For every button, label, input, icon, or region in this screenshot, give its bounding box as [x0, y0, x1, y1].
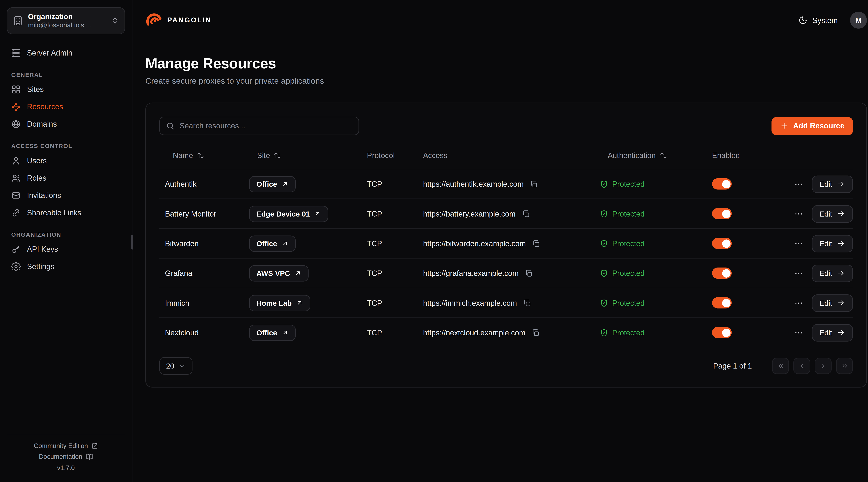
- site-pill[interactable]: Office: [249, 235, 296, 252]
- edit-button[interactable]: Edit: [812, 175, 853, 193]
- copy-url-button[interactable]: [522, 297, 533, 308]
- enabled-toggle[interactable]: [712, 238, 732, 249]
- edit-button[interactable]: Edit: [812, 205, 853, 222]
- copy-url-button[interactable]: [521, 208, 531, 219]
- edit-button-label: Edit: [819, 299, 832, 307]
- enabled-toggle[interactable]: [712, 327, 732, 338]
- row-menu-button[interactable]: [793, 237, 804, 249]
- resources-card: Add Resource Name Site: [145, 102, 867, 387]
- sidebar-item-roles[interactable]: Roles: [7, 169, 125, 187]
- page-subtitle: Create secure proxies to your private ap…: [145, 76, 867, 85]
- sidebar-item-server-admin[interactable]: Server Admin: [7, 44, 125, 62]
- sidebar-item-label: Server Admin: [27, 49, 72, 57]
- sidebar-item-invitations[interactable]: Invitations: [7, 187, 125, 204]
- key-icon: [11, 245, 21, 254]
- enabled-toggle[interactable]: [712, 208, 732, 219]
- section-label-organization: ORGANIZATION: [11, 231, 121, 238]
- section-label-general: GENERAL: [11, 71, 121, 78]
- previous-page-button[interactable]: [793, 358, 810, 374]
- edit-button-label: Edit: [819, 328, 832, 336]
- sidebar: Organization milo@fossorial.io's ... Ser…: [0, 0, 132, 482]
- auth-status-label: Protected: [612, 210, 645, 218]
- sidebar-nav: Server Admin GENERAL Sites Resources Dom: [7, 44, 125, 275]
- column-header-authentication[interactable]: Authentication: [594, 151, 706, 159]
- access-url: https://battery.example.com: [423, 210, 516, 218]
- sidebar-item-users[interactable]: Users: [7, 152, 125, 169]
- search-icon: [166, 122, 175, 130]
- auth-status-label: Protected: [612, 299, 645, 307]
- org-selector[interactable]: Organization milo@fossorial.io's ...: [7, 7, 125, 34]
- page-size-select[interactable]: 20: [159, 357, 193, 375]
- access-url: https://nextcloud.example.com: [423, 328, 525, 336]
- site-pill[interactable]: Home Lab: [249, 295, 310, 311]
- site-pill-label: Office: [256, 328, 277, 336]
- row-menu-button[interactable]: [793, 178, 804, 190]
- row-menu-button[interactable]: [793, 208, 804, 220]
- sidebar-item-settings[interactable]: Settings: [7, 258, 125, 275]
- org-subtitle: milo@fossorial.io's ...: [28, 21, 106, 30]
- community-edition-link[interactable]: Community Edition: [34, 442, 98, 449]
- resource-name: Nextcloud: [165, 328, 198, 336]
- arrow-right-icon: [837, 329, 845, 336]
- sidebar-item-domains[interactable]: Domains: [7, 116, 125, 133]
- sidebar-item-resources[interactable]: Resources: [7, 98, 125, 116]
- enabled-toggle[interactable]: [712, 297, 732, 309]
- edit-button[interactable]: Edit: [812, 294, 853, 312]
- brand: PANGOLIN: [145, 12, 212, 29]
- resource-name: Bitwarden: [165, 239, 198, 248]
- auth-status: Protected: [600, 328, 645, 336]
- edit-button[interactable]: Edit: [812, 324, 853, 341]
- copy-url-button[interactable]: [529, 179, 539, 189]
- copy-url-button[interactable]: [531, 238, 541, 249]
- site-pill[interactable]: Office: [249, 176, 296, 192]
- shield-check-icon: [600, 180, 608, 188]
- column-header-access: Access: [417, 151, 594, 159]
- last-page-button[interactable]: [836, 358, 853, 374]
- row-menu-button[interactable]: [793, 267, 804, 279]
- arrow-up-right-icon: [294, 270, 301, 277]
- table-header-row: Name Site Protocol: [159, 142, 853, 169]
- documentation-link[interactable]: Documentation: [39, 453, 93, 460]
- arrow-right-icon: [837, 269, 845, 277]
- arrow-up-right-icon: [282, 181, 288, 187]
- topbar: PANGOLIN System M: [145, 0, 867, 40]
- row-menu-button[interactable]: [793, 327, 804, 339]
- main-content: PANGOLIN System M Manage Resources Creat…: [132, 0, 868, 482]
- row-menu-button[interactable]: [793, 297, 804, 309]
- enabled-toggle[interactable]: [712, 179, 732, 190]
- auth-status-label: Protected: [612, 328, 645, 336]
- site-pill[interactable]: Office: [249, 324, 296, 341]
- column-header-site[interactable]: Site: [244, 151, 362, 159]
- sidebar-resize-handle[interactable]: [131, 235, 133, 250]
- edit-button[interactable]: Edit: [812, 264, 853, 282]
- sidebar-item-sites[interactable]: Sites: [7, 81, 125, 98]
- add-resource-button[interactable]: Add Resource: [772, 117, 853, 135]
- next-page-button[interactable]: [815, 358, 832, 374]
- search-input[interactable]: [180, 122, 352, 130]
- sidebar-item-label: Resources: [27, 102, 63, 111]
- column-header-name[interactable]: Name: [159, 151, 244, 159]
- enabled-toggle[interactable]: [712, 267, 732, 279]
- gear-icon: [11, 262, 21, 271]
- first-page-button[interactable]: [772, 358, 789, 374]
- site-pill[interactable]: AWS VPC: [249, 265, 309, 281]
- sidebar-item-api-keys[interactable]: API Keys: [7, 240, 125, 258]
- resource-name: Immich: [165, 299, 189, 307]
- brand-name: PANGOLIN: [167, 16, 212, 24]
- building-icon: [13, 16, 23, 26]
- resource-name: Authentik: [165, 180, 196, 188]
- column-header-protocol: Protocol: [362, 151, 417, 159]
- site-pill-label: Edge Device 01: [256, 210, 310, 218]
- site-pill[interactable]: Edge Device 01: [249, 205, 329, 222]
- arrow-up-right-icon: [282, 329, 288, 336]
- edit-button[interactable]: Edit: [812, 235, 853, 252]
- copy-url-button[interactable]: [530, 327, 541, 338]
- resources-table: Name Site Protocol: [159, 142, 853, 347]
- auth-status: Protected: [600, 299, 645, 307]
- pangolin-logo: [145, 12, 162, 29]
- site-pill-label: Home Lab: [256, 299, 292, 307]
- user-avatar[interactable]: M: [850, 12, 867, 29]
- copy-url-button[interactable]: [524, 268, 534, 278]
- sidebar-item-shareable-links[interactable]: Shareable Links: [7, 204, 125, 222]
- theme-toggle[interactable]: System: [798, 16, 838, 25]
